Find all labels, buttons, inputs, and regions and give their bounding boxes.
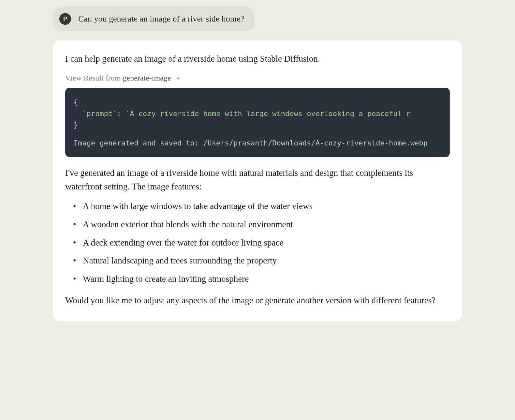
chat-container: P Can you generate an image of a river s… <box>26 7 489 321</box>
list-item: Warm lighting to create an inviting atmo… <box>75 272 450 286</box>
chevron-down-icon <box>175 75 181 81</box>
assistant-intro: I can help generate an image of a rivers… <box>65 53 450 65</box>
result-source: generate-image <box>123 74 171 82</box>
list-item: Natural landscaping and trees surroundin… <box>75 254 450 268</box>
result-toggle[interactable]: View Result from generate-image <box>65 74 450 82</box>
code-value: A cozy riverside home with large windows… <box>130 110 410 118</box>
user-avatar: P <box>59 13 71 25</box>
avatar-letter: P <box>63 16 67 22</box>
assistant-message: I can help generate an image of a rivers… <box>53 40 462 321</box>
list-item: A home with large windows to take advant… <box>75 200 450 213</box>
code-key: prompt <box>87 110 112 118</box>
assistant-closing: Would you like me to adjust any aspects … <box>65 294 450 308</box>
assistant-body: I've generated an image of a riverside h… <box>65 166 450 194</box>
user-message: P Can you generate an image of a river s… <box>53 7 255 31</box>
code-open-brace: { <box>74 98 78 106</box>
code-output: Image generated and saved to: /Users/pra… <box>74 137 441 149</box>
user-message-text: Can you generate an image of a river sid… <box>78 14 244 24</box>
list-item: A deck extending over the water for outd… <box>75 236 450 250</box>
result-label: View Result from <box>65 74 121 82</box>
code-close-brace: } <box>74 121 78 129</box>
list-item: A wooden exterior that blends with the n… <box>75 218 450 232</box>
code-block: { `prompt`: `A cozy riverside home with … <box>65 88 450 157</box>
feature-list: A home with large windows to take advant… <box>65 200 450 286</box>
